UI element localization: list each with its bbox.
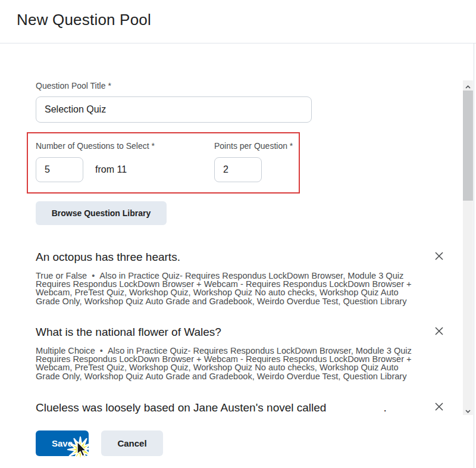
close-icon xyxy=(434,402,444,413)
chevron-up-icon xyxy=(465,80,471,91)
question-pool-title-input[interactable] xyxy=(36,96,312,123)
save-button[interactable]: Save xyxy=(36,430,89,456)
cancel-button[interactable]: Cancel xyxy=(101,430,163,456)
scrollbar-up-button[interactable] xyxy=(463,80,473,91)
num-questions-input[interactable] xyxy=(36,157,83,182)
page-title: New Question Pool xyxy=(17,11,151,29)
scrollbar-down-button[interactable] xyxy=(463,405,473,415)
close-icon xyxy=(434,251,444,263)
browse-question-library-button[interactable]: Browse Question Library xyxy=(36,201,167,225)
remove-question-button[interactable] xyxy=(431,323,447,340)
question-pool-title-label: Question Pool Title * xyxy=(36,81,111,91)
points-per-question-label: Points per Question * xyxy=(214,141,293,151)
question-meta: True or False•Also in Practice Quiz- Req… xyxy=(36,272,424,305)
num-questions-label: Number of Questions to Select * xyxy=(36,141,155,151)
new-question-pool-dialog: New Question Pool Question Pool Title * … xyxy=(0,0,476,468)
scrollbar-thumb[interactable] xyxy=(463,91,473,201)
from-total-text: from 11 xyxy=(95,164,127,175)
question-meta: Multiple Choice•Also in Practice Quiz- R… xyxy=(36,347,424,380)
chevron-down-icon xyxy=(465,405,471,416)
meta-bullet: • xyxy=(100,347,103,355)
remove-question-button[interactable] xyxy=(431,399,447,416)
question-title: An octopus has three hearts. xyxy=(36,251,180,264)
question-title: Clueless was loosely based on Jane Auste… xyxy=(36,401,387,414)
question-title-suffix: . xyxy=(383,401,386,414)
question-title: What is the national flower of Wales? xyxy=(36,326,221,339)
dialog-header: New Question Pool xyxy=(0,0,476,43)
vertical-scrollbar[interactable] xyxy=(463,80,473,415)
meta-bullet: • xyxy=(92,272,95,280)
close-icon xyxy=(434,326,444,338)
dialog-right-border xyxy=(474,43,474,468)
points-per-question-input[interactable] xyxy=(214,157,262,182)
question-title-text: Clueless was loosely based on Jane Auste… xyxy=(36,401,326,414)
remove-question-button[interactable] xyxy=(431,248,447,265)
